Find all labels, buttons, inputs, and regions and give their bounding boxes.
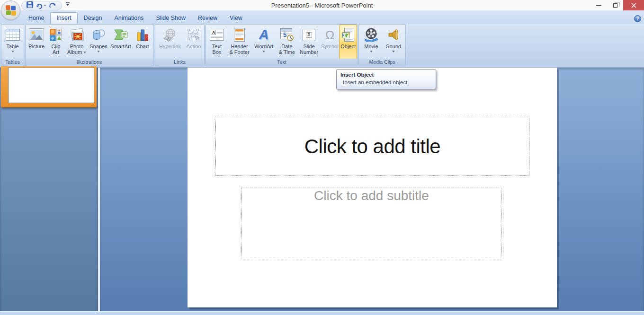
quick-access-toolbar bbox=[21, 1, 62, 10]
dropdown-arrow-icon bbox=[97, 51, 100, 52]
customize-qat-arrow-icon bbox=[66, 4, 69, 6]
slide-number-button[interactable]: # Slide Number bbox=[298, 25, 321, 59]
dropdown-arrow-icon bbox=[370, 51, 373, 52]
object-button[interactable]: Object bbox=[339, 25, 357, 59]
wordart-button[interactable]: A WordArt bbox=[251, 25, 276, 59]
photo-album-button[interactable]: Photo Album bbox=[65, 25, 88, 59]
slide-number-icon: # bbox=[303, 26, 315, 44]
text-box-button[interactable]: A Text Box bbox=[206, 25, 227, 59]
undo-dropdown-arrow-icon bbox=[44, 5, 46, 6]
slide-editor-area: Click to add title Click to add subtitle bbox=[100, 68, 644, 315]
office-button[interactable] bbox=[1, 0, 20, 20]
tab-review[interactable]: Review bbox=[192, 13, 224, 24]
movie-icon bbox=[364, 26, 379, 44]
action-button[interactable]: Action bbox=[184, 25, 203, 59]
tab-animations[interactable]: Animations bbox=[108, 13, 150, 24]
svg-text:5: 5 bbox=[283, 31, 286, 38]
subtitle-placeholder[interactable]: Click to add subtitle bbox=[242, 187, 501, 258]
date-time-button[interactable]: 5 Date & Time bbox=[276, 25, 298, 59]
close-button[interactable] bbox=[623, 0, 644, 10]
workspace: Click to add title Click to add subtitle bbox=[0, 68, 644, 315]
tooltip-insert-object: Insert Object Insert an embedded object. bbox=[336, 69, 436, 89]
undo-icon bbox=[36, 3, 43, 9]
ribbon-group-media-clips: Movie Sound Media Clips bbox=[358, 24, 406, 66]
wordart-icon: A bbox=[259, 26, 269, 44]
window-title: Presentation5 - Microsoft PowerPoint bbox=[0, 2, 644, 9]
ribbon-tab-row: Home Insert Design Animations Slide Show… bbox=[0, 10, 644, 24]
minimize-button[interactable] bbox=[591, 0, 606, 10]
smartart-icon bbox=[114, 26, 128, 44]
close-icon bbox=[631, 3, 636, 8]
tooltip-title: Insert Object bbox=[340, 72, 432, 78]
dropdown-arrow-icon bbox=[392, 51, 395, 52]
tab-view[interactable]: View bbox=[224, 13, 249, 24]
restore-icon bbox=[613, 3, 617, 8]
ribbon: Table Tables bbox=[0, 24, 644, 68]
chart-button[interactable]: Chart bbox=[133, 25, 152, 59]
ribbon-group-tables: Table Tables bbox=[1, 24, 24, 66]
clip-art-button[interactable]: Clip Art bbox=[47, 25, 65, 59]
undo-button[interactable] bbox=[36, 3, 46, 9]
group-label-links: Links bbox=[155, 59, 204, 66]
tab-home[interactable]: Home bbox=[22, 13, 50, 24]
ribbon-group-links: Hyperlink Action bbox=[155, 24, 205, 66]
group-label-illustrations: Illustrations bbox=[26, 59, 153, 66]
symbol-button[interactable]: Ω Symbol bbox=[320, 25, 339, 59]
photo-album-icon bbox=[69, 26, 85, 44]
hyperlink-button[interactable]: Hyperlink bbox=[156, 25, 184, 59]
ribbon-group-text: A Text Box bbox=[206, 24, 358, 66]
picture-icon bbox=[29, 26, 44, 44]
status-bar-strip bbox=[0, 311, 644, 315]
group-label-tables: Tables bbox=[1, 59, 24, 66]
customize-qat-icon bbox=[66, 2, 70, 3]
svg-text:#: # bbox=[307, 32, 310, 37]
minimize-icon bbox=[596, 5, 601, 6]
save-button[interactable] bbox=[27, 1, 33, 10]
customize-qat-button[interactable] bbox=[64, 2, 71, 9]
text-box-icon: A bbox=[210, 26, 224, 44]
slide-thumbnail-preview bbox=[8, 68, 94, 103]
header-footer-icon bbox=[234, 26, 245, 44]
sound-button[interactable]: Sound bbox=[383, 25, 404, 59]
tab-design[interactable]: Design bbox=[78, 13, 108, 24]
help-icon: ? bbox=[636, 16, 639, 21]
powerpoint-window: Presentation5 - Microsoft PowerPoint bbox=[0, 0, 644, 315]
smartart-button[interactable]: SmartArt bbox=[109, 25, 133, 59]
office-logo-icon bbox=[6, 5, 16, 16]
tab-insert[interactable]: Insert bbox=[50, 12, 77, 24]
slides-pane[interactable] bbox=[0, 68, 98, 315]
svg-text:A: A bbox=[212, 30, 215, 35]
group-label-media-clips: Media Clips bbox=[359, 59, 405, 66]
shapes-button[interactable]: Shapes bbox=[89, 25, 108, 59]
save-icon bbox=[27, 1, 33, 8]
dropdown-arrow-icon bbox=[83, 52, 86, 53]
tab-slide-show[interactable]: Slide Show bbox=[150, 13, 192, 24]
sound-icon bbox=[387, 26, 400, 44]
movie-button[interactable]: Movie bbox=[360, 25, 382, 59]
action-icon bbox=[187, 26, 200, 44]
table-button[interactable]: Table bbox=[2, 25, 23, 59]
restore-button[interactable] bbox=[608, 0, 623, 10]
hyperlink-icon bbox=[163, 26, 177, 44]
clip-art-icon bbox=[50, 26, 62, 44]
dropdown-arrow-icon bbox=[262, 51, 265, 52]
shapes-icon bbox=[91, 26, 106, 44]
help-button[interactable]: ? bbox=[634, 15, 641, 22]
header-footer-button[interactable]: Header & Footer bbox=[227, 25, 252, 59]
picture-button[interactable]: Picture bbox=[27, 25, 46, 59]
chart-icon bbox=[136, 26, 149, 44]
object-icon bbox=[342, 26, 355, 44]
tooltip-description: Insert an embedded object. bbox=[340, 79, 432, 85]
slide-thumbnail[interactable] bbox=[1, 66, 97, 107]
redo-icon bbox=[49, 2, 56, 8]
title-placeholder[interactable]: Click to add title bbox=[215, 117, 529, 176]
slide-canvas[interactable]: Click to add title Click to add subtitle bbox=[188, 68, 557, 307]
redo-button[interactable] bbox=[49, 1, 56, 10]
dropdown-arrow-icon bbox=[11, 51, 14, 52]
table-icon bbox=[6, 26, 20, 44]
ribbon-group-illustrations: Picture bbox=[25, 24, 153, 66]
group-label-text: Text bbox=[206, 59, 358, 66]
symbol-icon: Ω bbox=[325, 26, 334, 44]
title-bar: Presentation5 - Microsoft PowerPoint bbox=[0, 0, 644, 10]
date-time-icon: 5 bbox=[280, 26, 294, 44]
